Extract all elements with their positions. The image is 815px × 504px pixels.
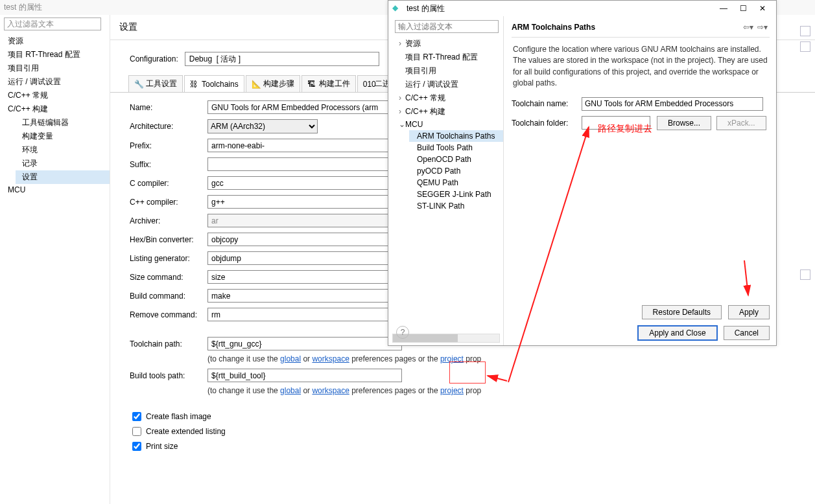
d2-tree-resource[interactable]: 资源 bbox=[391, 37, 503, 51]
apply-button[interactable]: Apply bbox=[728, 305, 770, 319]
annotation-red-box bbox=[449, 361, 486, 384]
xpack-button: xPack... bbox=[716, 116, 766, 130]
tree-settings[interactable]: 设置 bbox=[16, 170, 110, 184]
btpath-hint: (to change it use the global or workspac… bbox=[130, 386, 802, 395]
d2-qemu-path[interactable]: QEMU Path bbox=[409, 177, 503, 189]
tree-resource[interactable]: 资源 bbox=[1, 34, 110, 48]
back-left-sidebar: 资源 项目 RT-Thread 配置 项目引用 运行 / 调试设置 C/C++ … bbox=[0, 15, 110, 504]
size-label: Size command: bbox=[130, 273, 207, 282]
tcpath-label: Toolchain path: bbox=[130, 339, 207, 349]
tree-cc-general[interactable]: C/C++ 常规 bbox=[1, 89, 110, 102]
cb-print-size-label: Print size bbox=[146, 442, 178, 451]
toolstrip-icon-2[interactable] bbox=[800, 41, 810, 52]
nav-forward-icon[interactable]: ⇨▾ bbox=[755, 21, 770, 33]
d2-description: Configure the location where various GNU… bbox=[512, 38, 770, 97]
lst-field[interactable] bbox=[207, 251, 402, 265]
lst-label: Listing generator: bbox=[130, 254, 207, 263]
workspace-link[interactable]: workspace bbox=[312, 354, 349, 363]
tab-tool-settings[interactable]: 🔧工具设置 bbox=[128, 75, 183, 92]
steps-icon: 📐 bbox=[252, 80, 261, 89]
browse-button[interactable]: Browse... bbox=[657, 116, 711, 130]
tc-name-label: Toolchain name: bbox=[512, 99, 582, 108]
d2-pyocd-path[interactable]: pyOCD Path bbox=[409, 165, 503, 177]
restore-defaults-button[interactable]: Restore Defaults bbox=[642, 305, 722, 319]
d2-arm-toolchains-paths[interactable]: ARM Toolchains Paths bbox=[409, 130, 503, 142]
dialog-app-icon: ◆ bbox=[392, 3, 403, 14]
nav-back-icon[interactable]: ⇦▾ bbox=[741, 21, 755, 33]
configuration-select[interactable] bbox=[185, 52, 379, 66]
tc-folder-label: Toolchain folder: bbox=[512, 119, 582, 128]
ar-field bbox=[207, 214, 402, 227]
name-field[interactable] bbox=[207, 100, 402, 114]
right-toolstrip bbox=[796, 26, 815, 280]
prefix-field[interactable] bbox=[207, 139, 402, 152]
build-field[interactable] bbox=[207, 289, 402, 303]
cxx-field[interactable] bbox=[207, 195, 402, 209]
tree-rtthread[interactable]: 项目 RT-Thread 配置 bbox=[1, 48, 110, 62]
tree-runconfig[interactable]: 运行 / 调试设置 bbox=[1, 75, 110, 89]
cb-extended-listing[interactable] bbox=[132, 427, 141, 436]
tab-build-artifact[interactable]: 🏗构建工件 bbox=[301, 75, 356, 92]
d2-tree-cc-build[interactable]: C/C++ 构建 bbox=[391, 105, 503, 119]
project-link-2[interactable]: project bbox=[440, 386, 464, 395]
name-label: Name: bbox=[130, 103, 207, 112]
d2-stlink-path[interactable]: ST-LINK Path bbox=[409, 200, 503, 212]
suffix-field[interactable] bbox=[207, 157, 402, 171]
chain-icon: ⛓ bbox=[190, 80, 199, 89]
workspace-link-2[interactable]: workspace bbox=[312, 386, 349, 395]
maximize-button[interactable]: ☐ bbox=[733, 2, 753, 15]
d2-tree-rtthread[interactable]: 项目 RT-Thread 配置 bbox=[391, 51, 503, 64]
d2-page-title: ARM Toolchains Paths bbox=[512, 23, 741, 32]
apply-and-close-button[interactable]: Apply and Close bbox=[638, 326, 716, 340]
d2-filter-input[interactable] bbox=[395, 20, 499, 33]
toolstrip-icon-3[interactable] bbox=[800, 269, 810, 280]
size-field[interactable] bbox=[207, 270, 402, 284]
arm-toolchains-dialog: ◆ test 的属性 — ☐ ✕ 资源 项目 RT-Thread 配置 项目引用… bbox=[388, 0, 777, 346]
tc-name-field[interactable] bbox=[582, 97, 763, 111]
wrench-icon: 🔧 bbox=[134, 80, 143, 89]
cb-extended-listing-label: Create extended listing bbox=[146, 427, 226, 436]
d2-tree-projref[interactable]: 项目引用 bbox=[391, 64, 503, 78]
tree-build-vars[interactable]: 构建变量 bbox=[16, 130, 110, 143]
configuration-label: Configuration: bbox=[130, 54, 178, 63]
binary-icon: 010 bbox=[363, 80, 372, 89]
d2-tree-mcu[interactable]: MCU bbox=[391, 119, 503, 130]
cc-label: C compiler: bbox=[130, 179, 207, 188]
dialog-title: test 的属性 bbox=[407, 3, 445, 14]
d2-tree-runconf[interactable]: 运行 / 调试设置 bbox=[391, 78, 503, 91]
d2-openocd-path[interactable]: OpenOCD Path bbox=[409, 154, 503, 165]
help-icon[interactable]: ? bbox=[396, 326, 409, 339]
arch-select[interactable]: ARM (AArch32) bbox=[207, 119, 318, 133]
minimize-button[interactable]: — bbox=[714, 2, 733, 15]
cb-flash-image[interactable] bbox=[132, 412, 141, 421]
tree-toolchain-editor[interactable]: 工具链编辑器 bbox=[16, 116, 110, 130]
arch-label: Architecture: bbox=[130, 122, 207, 131]
close-button[interactable]: ✕ bbox=[753, 2, 772, 15]
btpath-field[interactable] bbox=[207, 369, 402, 382]
d2-segger-path[interactable]: SEGGER J-Link Path bbox=[409, 189, 503, 200]
annotation-red-text: 路径复制进去 bbox=[598, 123, 652, 135]
cb-print-size[interactable] bbox=[132, 442, 141, 451]
cancel-button[interactable]: Cancel bbox=[724, 326, 770, 340]
hex-label: Hex/Bin converter: bbox=[130, 235, 207, 244]
tree-projref[interactable]: 项目引用 bbox=[1, 62, 110, 75]
artifact-icon: 🏗 bbox=[307, 80, 316, 89]
cc-field[interactable] bbox=[207, 176, 402, 190]
tab-toolchains[interactable]: ⛓Toolchains bbox=[184, 75, 244, 92]
global-link[interactable]: global bbox=[280, 354, 301, 363]
hex-field[interactable] bbox=[207, 233, 402, 246]
tree-cc-build[interactable]: C/C++ 构建 bbox=[1, 102, 110, 116]
cb-flash-image-label: Create flash image bbox=[146, 412, 211, 421]
d2-build-tools-path[interactable]: Build Tools Path bbox=[409, 142, 503, 154]
rm-label: Remove command: bbox=[130, 310, 207, 319]
tree-env[interactable]: 环境 bbox=[16, 143, 110, 157]
back-filter-input[interactable] bbox=[4, 17, 101, 30]
d2-tree-cc-general[interactable]: C/C++ 常规 bbox=[391, 91, 503, 105]
rm-field[interactable] bbox=[207, 308, 402, 321]
global-link-2[interactable]: global bbox=[280, 386, 301, 395]
toolstrip-icon-1[interactable] bbox=[800, 26, 810, 36]
tree-record[interactable]: 记录 bbox=[16, 157, 110, 170]
tree-mcu[interactable]: MCU bbox=[1, 184, 110, 196]
tab-build-steps[interactable]: 📐构建步骤 bbox=[246, 75, 300, 92]
tcpath-field[interactable] bbox=[207, 337, 402, 350]
